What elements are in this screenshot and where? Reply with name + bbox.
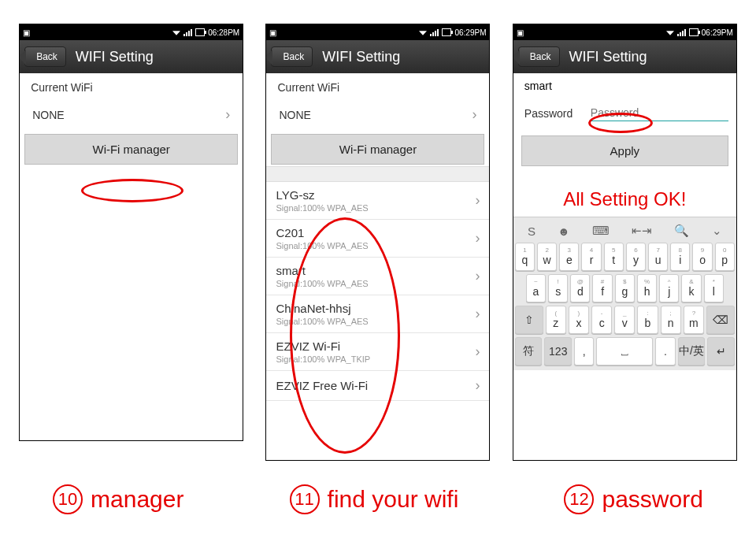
key-.[interactable]: . [655, 337, 675, 365]
password-input[interactable] [591, 105, 728, 121]
wifi-manager-button[interactable]: Wi-Fi manager [24, 134, 238, 165]
phone-screen-2: ▣ 06:29PM Back WIFI Setting Current WiFi… [265, 24, 490, 461]
caption-2: 11 find your wifi [290, 484, 459, 514]
current-wifi-label: Current WiFi [20, 73, 243, 97]
password-row: Password [513, 98, 736, 128]
key-k[interactable]: &k [681, 274, 701, 302]
key-r[interactable]: 4r [581, 243, 601, 271]
wifi-name: EZVIZ Wi-Fi [276, 339, 370, 353]
key-⌫[interactable]: ⌫ [706, 306, 735, 334]
key-符[interactable]: 符 [515, 337, 543, 365]
key-j[interactable]: ^j [659, 274, 679, 302]
battery-icon [689, 28, 699, 36]
page-title: WIFI Setting [322, 49, 400, 65]
signal-icon [183, 29, 192, 36]
key-y[interactable]: 6y [626, 243, 646, 271]
key-h[interactable]: %h [637, 274, 657, 302]
wifi-list-item[interactable]: ChinaNet-hhsjSignal:100% WPA_AES› [266, 295, 489, 333]
keyboard-icon[interactable]: ⌨ [592, 224, 610, 238]
wifi-list: LYG-szSignal:100% WPA_AES›C201Signal:100… [266, 182, 489, 401]
key-↵[interactable]: ↵ [707, 337, 735, 365]
search-icon[interactable]: 🔍 [674, 224, 689, 238]
key-n[interactable]: ;n [661, 306, 681, 334]
key-s[interactable]: !s [548, 274, 568, 302]
battery-icon [442, 28, 451, 36]
battery-icon [195, 28, 205, 36]
wifi-detail: Signal:100% WPA_AES [276, 241, 368, 250]
section-gap [266, 166, 489, 182]
chevron-down-icon[interactable]: ⌄ [712, 224, 722, 238]
key-i[interactable]: 8i [670, 243, 690, 271]
key-⇧[interactable]: ⇧ [515, 306, 543, 334]
app-header: Back WIFI Setting [20, 40, 243, 73]
key-b[interactable]: :b [637, 306, 658, 334]
key-,[interactable]: , [574, 337, 594, 365]
chevron-right-icon: › [225, 106, 230, 123]
current-wifi-row[interactable]: NONE › [266, 97, 489, 132]
wifi-list-item[interactable]: EZVIZ Free Wi-Fi› [266, 371, 489, 401]
key-123[interactable]: 123 [544, 337, 572, 365]
key-w[interactable]: 2w [537, 243, 557, 271]
step-number: 11 [290, 484, 320, 514]
wifi-detail: Signal:100% WPA_TKIP [276, 354, 370, 364]
step-text: manager [91, 486, 183, 513]
wifi-list-item[interactable]: EZVIZ Wi-FiSignal:100% WPA_TKIP› [266, 333, 489, 371]
status-time: 06:28PM [208, 28, 239, 37]
wifi-name: C201 [276, 226, 368, 239]
key-u[interactable]: 7u [648, 243, 668, 271]
current-wifi-value: NONE [279, 109, 310, 121]
wifi-name: ChinaNet-hhsj [276, 302, 368, 315]
wifi-name: smart [276, 264, 368, 277]
key-d[interactable]: @d [570, 274, 590, 302]
app-header: Back WIFI Setting [266, 40, 489, 73]
kbd-logo-icon[interactable]: S [528, 224, 536, 238]
status-bar: ▣ 06:29PM [266, 24, 489, 40]
emoji-icon[interactable]: ☻ [558, 224, 570, 238]
signal-icon [677, 29, 686, 36]
key-o[interactable]: 9o [692, 243, 712, 271]
current-wifi-label: Current WiFi [266, 73, 489, 97]
success-message: All Setting OK! [513, 188, 736, 210]
wifi-list-item[interactable]: C201Signal:100% WPA_AES› [266, 220, 489, 258]
key-中/英[interactable]: 中/英 [678, 337, 706, 365]
wifi-manager-button[interactable]: Wi-Fi manager [271, 134, 484, 165]
key-v[interactable]: _v [614, 306, 635, 334]
step-text: password [602, 486, 702, 513]
wifi-name: LYG-sz [276, 188, 368, 202]
key-m[interactable]: ?m [684, 306, 704, 334]
chevron-right-icon: › [475, 192, 480, 209]
key-f[interactable]: #f [592, 274, 612, 302]
page-title: WIFI Setting [76, 49, 154, 65]
key-p[interactable]: 0p [715, 243, 735, 271]
key-q[interactable]: 1q [515, 243, 535, 271]
apply-button[interactable]: Apply [521, 135, 728, 166]
wifi-icon [172, 31, 180, 35]
key-c[interactable]: -c [591, 306, 612, 334]
key-l[interactable]: *l [704, 274, 724, 302]
wifi-list-item[interactable]: LYG-szSignal:100% WPA_AES› [266, 182, 489, 220]
cursor-icon[interactable]: ⇤⇥ [632, 224, 652, 238]
chevron-right-icon: › [475, 230, 480, 247]
key-x[interactable]: )x [569, 306, 589, 334]
wifi-list-item[interactable]: smartSignal:100% WPA_AES› [266, 258, 489, 295]
current-wifi-row[interactable]: NONE › [20, 97, 243, 132]
back-button[interactable]: Back [271, 46, 313, 67]
current-wifi-value: NONE [32, 109, 64, 121]
caption-1: 10 manager [53, 484, 183, 514]
key-a[interactable]: ~a [526, 274, 546, 302]
key-z[interactable]: (z [546, 306, 566, 334]
back-button[interactable]: Back [518, 46, 560, 67]
key-t[interactable]: 5t [604, 243, 624, 271]
wifi-detail: Signal:100% WPA_AES [276, 279, 368, 288]
wifi-icon [666, 31, 674, 35]
key-g[interactable]: $g [615, 274, 635, 302]
phone-screen-1: ▣ 06:28PM Back WIFI Setting Current WiFi… [19, 24, 243, 441]
step-number: 12 [564, 484, 594, 514]
keyboard-toolbar: S ☻ ⌨ ⇤⇥ 🔍 ⌄ [515, 221, 735, 243]
keyboard: S ☻ ⌨ ⇤⇥ 🔍 ⌄ 1q2w3e4r5t6y7u8i9o0p ~a!s@d… [513, 217, 736, 370]
key-e[interactable]: 3e [559, 243, 579, 271]
ssid-value: smart [524, 80, 552, 92]
key-⎵[interactable]: ⎵ [596, 337, 653, 365]
password-label: Password [524, 107, 580, 120]
back-button[interactable]: Back [24, 46, 66, 67]
